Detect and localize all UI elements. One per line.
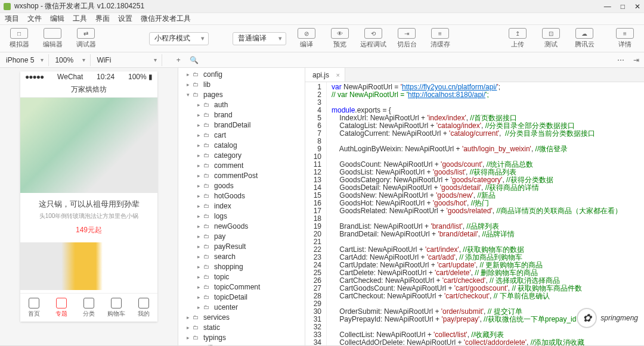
price-label: 149元起 <box>20 225 157 235</box>
tree-commentPost[interactable]: ▸🗀commentPost <box>178 170 305 180</box>
battery-label: 100% <box>128 73 147 81</box>
tree-shopping[interactable]: ▸🗀shopping <box>178 261 305 272</box>
subheadline: 头100年倒转玻璃泡法让方加里色小锅 <box>20 212 157 220</box>
toolbar-模拟器[interactable]: □模拟器 <box>5 27 33 51</box>
signal-dots-icon: ●●●●● <box>25 73 44 81</box>
tree-topic[interactable]: ▸🗀topic <box>178 272 305 282</box>
details-button[interactable]: ≡ 详情 <box>611 27 639 51</box>
menu-编辑[interactable]: 编辑 <box>50 14 64 24</box>
tree-lib[interactable]: ▸🗀lib <box>178 79 305 89</box>
tree-config[interactable]: ▸🗀config <box>178 69 305 79</box>
secondary-image[interactable] <box>20 242 157 290</box>
tree-pay[interactable]: ▸🗀pay <box>178 231 305 241</box>
search-button[interactable]: 🔍 <box>186 52 202 68</box>
menubar: 项目文件编辑工具界面设置微信开发者工具 <box>0 13 644 25</box>
tree-catalog[interactable]: ▸🗀catalog <box>178 140 305 150</box>
mode-select[interactable]: 小程序模式 <box>149 32 209 45</box>
tree-hotGoods[interactable]: ▸🗀hotGoods <box>178 191 305 201</box>
sub-toolbar: iPhone 5 100% WiFi + 🔍 ⋯ ⇥ <box>0 52 644 68</box>
tree-search[interactable]: ▸🗀search <box>178 251 305 261</box>
add-file-button[interactable]: + <box>171 52 186 68</box>
tree-index[interactable]: ▸🗀index <box>178 201 305 211</box>
code-content[interactable]: var NewApiRootUrl = 'https://fly2you.cn/… <box>327 82 644 345</box>
toolbar-腾讯云[interactable]: ☁腾讯云 <box>570 27 599 51</box>
menu-微信开发者工具[interactable]: 微信开发者工具 <box>141 14 191 24</box>
line-gutter: 1234567891011121314151617181920212223242… <box>305 82 327 345</box>
carrier-label: WeChat <box>57 73 83 81</box>
headline: 这只锅，可以从祖母用到孙辈 <box>20 199 157 210</box>
tab-分类[interactable]: 分类 <box>75 294 103 322</box>
tree-auth[interactable]: ▸🗀auth <box>178 99 305 110</box>
editor-tab-api[interactable]: api.js× <box>305 68 345 82</box>
details-icon: ≡ <box>616 28 634 39</box>
menu-工具[interactable]: 工具 <box>73 14 87 24</box>
tab-购物车[interactable]: 购物车 <box>103 294 130 322</box>
hero-image[interactable] <box>20 98 157 193</box>
tab-我的[interactable]: 我的 <box>130 294 157 322</box>
toolbar-切后台[interactable]: ⇥切后台 <box>392 27 421 51</box>
close-tab-icon[interactable]: × <box>336 71 340 79</box>
menu-项目[interactable]: 项目 <box>5 14 19 24</box>
file-explorer[interactable]: ▸🗀config▸🗀lib▾🗀pages▸🗀auth▸🗀brand▸🗀brand… <box>178 68 305 345</box>
phone-preview: ●●●●● WeChat 10:24 100% ▮ 万家烘焙坊 这只锅，可以从祖… <box>20 71 157 322</box>
toolbar-远程调试[interactable]: ⟲远程调试 <box>359 27 388 51</box>
phone-statusbar: ●●●●● WeChat 10:24 100% ▮ <box>20 71 157 82</box>
time-label: 10:24 <box>97 73 114 81</box>
network-select[interactable]: WiFi <box>91 54 162 66</box>
tree-utils[interactable]: ▸🗀utils <box>178 342 305 345</box>
tree-static[interactable]: ▸🗀static <box>178 322 305 332</box>
tree-topicDetail[interactable]: ▸🗀topicDetail <box>178 292 305 302</box>
toolbar-编辑器[interactable]: 编辑器 <box>38 27 67 51</box>
more-button[interactable]: ⋯ <box>613 52 628 68</box>
tree-topicComment[interactable]: ▸🗀topicComment <box>178 282 305 292</box>
compile-select[interactable]: 普通编译 <box>233 32 286 45</box>
tree-pages[interactable]: ▾🗀pages <box>178 89 305 99</box>
toolbar-预览[interactable]: 👁预览 <box>326 27 354 51</box>
toolbar-上传[interactable]: ↥上传 <box>503 27 532 51</box>
collapse-button[interactable]: ⇥ <box>628 52 644 68</box>
close-icon[interactable]: ✕ <box>634 2 640 11</box>
tree-brandDetail[interactable]: ▸🗀brandDetail <box>178 120 305 130</box>
editor-tabs: api.js× <box>305 68 644 82</box>
tab-首页[interactable]: 首页 <box>20 294 48 322</box>
menu-界面[interactable]: 界面 <box>95 14 110 24</box>
maximize-icon[interactable]: □ <box>621 2 625 11</box>
tree-brand[interactable]: ▸🗀brand <box>178 110 305 120</box>
tree-comment[interactable]: ▸🗀comment <box>178 160 305 170</box>
menu-设置[interactable]: 设置 <box>118 14 132 24</box>
code-editor-panel: api.js× 12345678910111213141516171819202… <box>305 68 644 345</box>
app-icon <box>4 3 11 10</box>
toolbar-测试[interactable]: ⊡测试 <box>537 27 565 51</box>
device-select[interactable]: iPhone 5 <box>0 54 49 66</box>
tabbar: 首页专题分类购物车我的 <box>20 293 157 322</box>
tree-logs[interactable]: ▸🗀logs <box>178 211 305 221</box>
window-title: wxshop - 微信开发者工具 v1.02.1804251 <box>14 1 144 11</box>
tree-cart[interactable]: ▸🗀cart <box>178 130 305 140</box>
tree-payResult[interactable]: ▸🗀payResult <box>178 241 305 251</box>
tab-专题[interactable]: 专题 <box>48 294 75 322</box>
shop-navbar: 万家烘焙坊 <box>20 82 157 98</box>
simulator-panel: ●●●●● WeChat 10:24 100% ▮ 万家烘焙坊 这只锅，可以从祖… <box>0 68 178 345</box>
zoom-select[interactable]: 100% <box>49 54 91 66</box>
toolbar-调试器[interactable]: ⇄调试器 <box>72 27 100 51</box>
window-titlebar: wxshop - 微信开发者工具 v1.02.1804251 — □ ✕ <box>0 0 644 13</box>
menu-文件[interactable]: 文件 <box>27 14 42 24</box>
tree-goods[interactable]: ▸🗀goods <box>178 180 305 191</box>
main-toolbar: □模拟器编辑器⇄调试器 小程序模式 普通编译 ⊘编译👁预览⟲远程调试⇥切后台≡清… <box>0 25 644 52</box>
tree-services[interactable]: ▸🗀services <box>178 312 305 322</box>
toolbar-编译[interactable]: ⊘编译 <box>292 27 321 51</box>
tree-newGoods[interactable]: ▸🗀newGoods <box>178 221 305 231</box>
tree-ucenter[interactable]: ▸🗀ucenter <box>178 302 305 312</box>
minimize-icon[interactable]: — <box>604 2 611 11</box>
tree-typings[interactable]: ▸🗀typings <box>178 332 305 342</box>
toolbar-清缓存[interactable]: ≡清缓存 <box>426 27 454 51</box>
tree-category[interactable]: ▸🗀category <box>178 150 305 160</box>
